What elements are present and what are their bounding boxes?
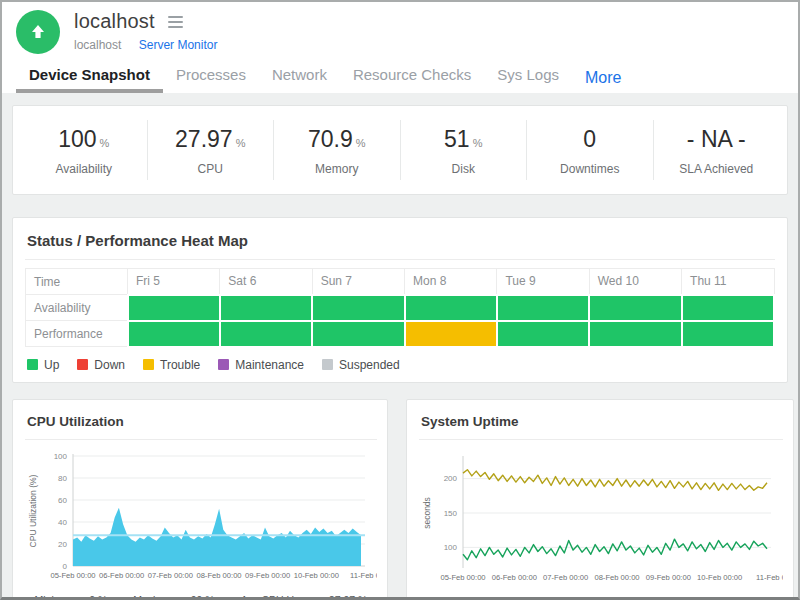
heatmap-cell-availability-mon-8[interactable] (405, 295, 497, 321)
heatmap-column-fri-5: Fri 5 (128, 269, 220, 295)
svg-text:10-Feb 00:00: 10-Feb 00:00 (697, 573, 742, 582)
heatmap-cell-availability-sun-7[interactable] (312, 295, 404, 321)
heatmap-cell-availability-tue-9[interactable] (497, 295, 589, 321)
tab-processes[interactable]: Processes (163, 66, 259, 93)
svg-text:05-Feb 00:00: 05-Feb 00:00 (440, 573, 485, 582)
svg-text:07-Feb 00:00: 07-Feb 00:00 (148, 571, 193, 580)
stat-disk: 51%Disk (401, 120, 528, 180)
svg-text:09-Feb 00:00: 09-Feb 00:00 (245, 571, 290, 580)
tab-device-snapshot[interactable]: Device Snapshot (16, 66, 163, 93)
heatmap-cell-availability-fri-5[interactable] (128, 295, 220, 321)
cpu-minimum: Minimum = 0 % (35, 594, 108, 600)
heatmap-cell-availability-thu-11[interactable] (682, 295, 774, 321)
stat-label: Availability (21, 162, 147, 176)
device-status-avatar (16, 10, 60, 54)
legend-label: Suspended (339, 358, 400, 372)
svg-text:08-Feb 00:00: 08-Feb 00:00 (196, 571, 241, 580)
stat-availability: 100%Availability (21, 120, 148, 180)
heatmap-card: Status / Performance Heat Map TimeFri 5S… (12, 217, 788, 383)
svg-text:200: 200 (444, 474, 458, 483)
svg-text:08-Feb 00:00: 08-Feb 00:00 (594, 573, 639, 582)
stat-unit: % (100, 137, 110, 149)
tab-bar: Device SnapshotProcessesNetworkResource … (16, 66, 800, 93)
svg-text:09-Feb 00:00: 09-Feb 00:00 (646, 573, 691, 582)
uptime-chart-title: System Uptime (419, 412, 783, 440)
heatmap-cell-performance-sat-6[interactable] (220, 321, 312, 347)
cpu-utilization-chart: 020406080100CPU Utilization (%)05-Feb 00… (25, 446, 377, 592)
stat-memory: 70.9%Memory (274, 120, 401, 180)
heatmap-title: Status / Performance Heat Map (25, 230, 775, 260)
stat-label: CPU (148, 162, 274, 176)
stat-value: 70.9 (308, 126, 353, 152)
heatmap-cell-performance-sun-7[interactable] (312, 321, 404, 347)
svg-text:11-Feb 0: 11-Feb 0 (756, 573, 783, 582)
stat-label: Memory (274, 162, 400, 176)
svg-text:CPU Utilization (%): CPU Utilization (%) (28, 474, 38, 547)
heatmap-column-mon-8: Mon 8 (405, 269, 497, 295)
legend-swatch-maintenance (218, 359, 229, 370)
tab-sys-logs[interactable]: Sys Logs (484, 66, 572, 93)
svg-text:05-Feb 00:00: 05-Feb 00:00 (50, 571, 95, 580)
tab-network[interactable]: Network (259, 66, 340, 93)
svg-text:80: 80 (58, 473, 67, 482)
legend-swatch-down (77, 359, 88, 370)
heatmap-legend: UpDownTroubleMaintenanceSuspended (25, 358, 775, 372)
legend-label: Maintenance (235, 358, 304, 372)
legend-item-suspended: Suspended (322, 358, 400, 372)
heatmap-table: TimeFri 5Sat 6Sun 7Mon 8Tue 9Wed 10Thu 1… (25, 268, 775, 348)
stat-label: Downtimes (527, 162, 653, 176)
heatmap-column-wed-10: Wed 10 (589, 269, 681, 295)
stat-value: 0 (583, 126, 596, 152)
stat-sla-achieved: - NA -SLA Achieved (654, 120, 780, 180)
page-title: localhost (74, 10, 155, 33)
stat-unit: % (236, 137, 246, 149)
cpu-summary-footer: Minimum = 0 % Maximum = 99 % Avg CPU Usa… (25, 594, 377, 600)
breadcrumb-server-monitor-link[interactable]: Server Monitor (139, 38, 218, 52)
svg-text:seconds: seconds (422, 497, 432, 529)
legend-item-trouble: Trouble (143, 358, 200, 372)
hamburger-menu-icon[interactable] (165, 13, 186, 31)
cpu-utilization-card: CPU Utilization 020406080100CPU Utilizat… (12, 399, 388, 600)
cpu-maximum: Maximum = 99 % (133, 594, 214, 600)
heatmap-cell-availability-sat-6[interactable] (220, 295, 312, 321)
stat-value: 100 (58, 126, 96, 152)
heatmap-cell-performance-wed-10[interactable] (589, 321, 681, 347)
heatmap-column-sun-7: Sun 7 (312, 269, 404, 295)
heatmap-cell-performance-tue-9[interactable] (497, 321, 589, 347)
svg-text:150: 150 (444, 508, 458, 517)
heatmap-cell-performance-mon-8[interactable] (405, 321, 497, 347)
legend-item-maintenance: Maintenance (218, 358, 304, 372)
page-header: localhost localhost Server Monitor Devic… (0, 0, 800, 93)
up-arrow-icon (28, 22, 48, 42)
stat-downtimes: 0Downtimes (527, 120, 654, 180)
stat-unit: % (356, 137, 366, 149)
stat-value: - NA - (687, 126, 746, 152)
svg-text:11-Feb 0: 11-Feb 0 (350, 571, 377, 580)
main-content: 100%Availability27.97%CPU70.9%Memory51%D… (0, 93, 800, 600)
tab-more[interactable]: More (572, 69, 634, 93)
legend-item-up: Up (27, 358, 59, 372)
heatmap-cell-availability-wed-10[interactable] (589, 295, 681, 321)
tab-resource-checks[interactable]: Resource Checks (340, 66, 484, 93)
stat-value: 51 (444, 126, 470, 152)
heatmap-column-tue-9: Tue 9 (497, 269, 589, 295)
legend-label: Trouble (160, 358, 200, 372)
cpu-average: Avg CPU Usage = 27.97 % (241, 594, 368, 600)
summary-stats-card: 100%Availability27.97%CPU70.9%Memory51%D… (12, 105, 788, 195)
heatmap-row-availability: Availability (26, 295, 775, 321)
heatmap-cell-performance-fri-5[interactable] (128, 321, 220, 347)
legend-label: Down (94, 358, 125, 372)
heatmap-cell-performance-thu-11[interactable] (682, 321, 774, 347)
stat-label: SLA Achieved (654, 162, 780, 176)
svg-text:100: 100 (444, 543, 458, 552)
system-uptime-chart: 100150200seconds05-Feb 00:0006-Feb 00:00… (419, 446, 783, 592)
heatmap-header-row: TimeFri 5Sat 6Sun 7Mon 8Tue 9Wed 10Thu 1… (26, 269, 775, 295)
stat-cpu: 27.97%CPU (148, 120, 275, 180)
cpu-chart-title: CPU Utilization (25, 412, 377, 440)
breadcrumb: localhost Server Monitor (74, 38, 217, 52)
heatmap-row-label: Availability (26, 295, 128, 321)
heatmap-column-thu-11: Thu 11 (682, 269, 774, 295)
svg-text:100: 100 (54, 451, 68, 460)
legend-swatch-up (27, 359, 38, 370)
breadcrumb-host: localhost (74, 38, 121, 52)
